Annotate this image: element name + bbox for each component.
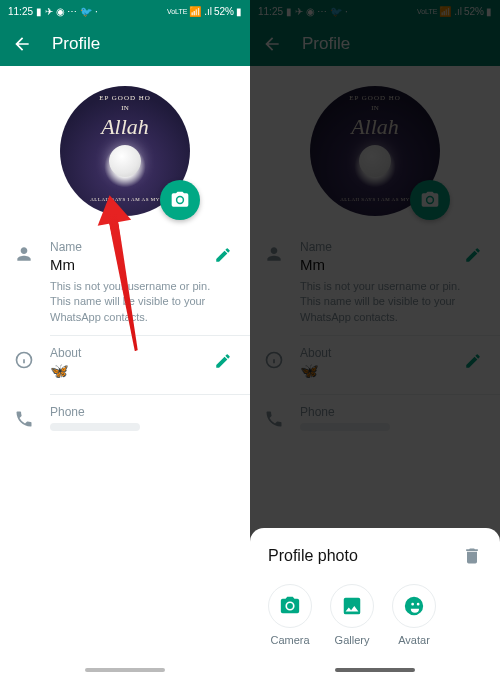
back-icon[interactable] [12,34,32,54]
battery-icon: ▮ [236,6,242,17]
moon-graphic [109,145,141,177]
header-title: Profile [52,34,100,54]
battery-pct: 52% [214,6,234,17]
delete-icon[interactable] [462,546,482,566]
about-value: 🦋 [50,362,214,380]
name-label: Name [50,240,214,254]
person-icon [14,244,34,264]
pic-top-text: EP GOOD HO [60,94,190,102]
status-time: 11:25 [8,6,33,17]
about-section[interactable]: About 🦋 [0,336,250,394]
right-pane: 11:25 ▮ ✈ ◉ ⋯ 🐦 · VoLTE 📶 .ıl 52% ▮ Prof… [250,0,500,676]
edit-icon[interactable] [214,246,232,264]
status-signal: VoLTE [167,8,188,15]
option-avatar-label: Avatar [398,634,430,646]
left-pane: 11:25 ▮ ✈ ◉ ⋯ 🐦 · VoLTE 📶 .ıl 52% ▮ Prof… [0,0,250,676]
option-avatar[interactable]: Avatar [392,584,436,646]
name-helper: This is not your username or pin. This n… [50,279,214,325]
camera-icon [279,595,301,617]
camera-icon [170,190,190,210]
pic-in-text: IN [60,104,190,112]
edit-icon[interactable] [214,352,232,370]
option-camera-label: Camera [270,634,309,646]
avatar-icon [403,595,425,617]
app-header: Profile [0,22,250,66]
status-icons-left: ▮ ✈ ◉ ⋯ 🐦 · [36,6,98,17]
phone-value-redacted [50,423,140,431]
phone-label: Phone [50,405,232,419]
phone-section[interactable]: Phone [0,395,250,453]
option-gallery[interactable]: Gallery [330,584,374,646]
option-gallery-label: Gallery [335,634,370,646]
signal-icon: 📶 .ıl [189,6,212,17]
info-icon [14,350,34,370]
pic-main-text: Allah [60,114,190,140]
sheet-title: Profile photo [268,547,358,565]
phone-icon [14,409,34,429]
about-label: About [50,346,214,360]
name-section[interactable]: Name Mm This is not your username or pin… [0,230,250,335]
change-photo-button[interactable] [160,180,200,220]
gallery-icon [341,595,363,617]
option-camera[interactable]: Camera [268,584,312,646]
profile-photo-sheet: Profile photo Camera Gallery [250,528,500,676]
nav-pill[interactable] [85,668,165,672]
nav-pill[interactable] [335,668,415,672]
profile-picture-area: EP GOOD HO IN Allah ALLAH SAYS I AM AS M… [0,66,250,230]
name-value: Mm [50,256,214,273]
status-bar: 11:25 ▮ ✈ ◉ ⋯ 🐦 · VoLTE 📶 .ıl 52% ▮ [0,0,250,22]
